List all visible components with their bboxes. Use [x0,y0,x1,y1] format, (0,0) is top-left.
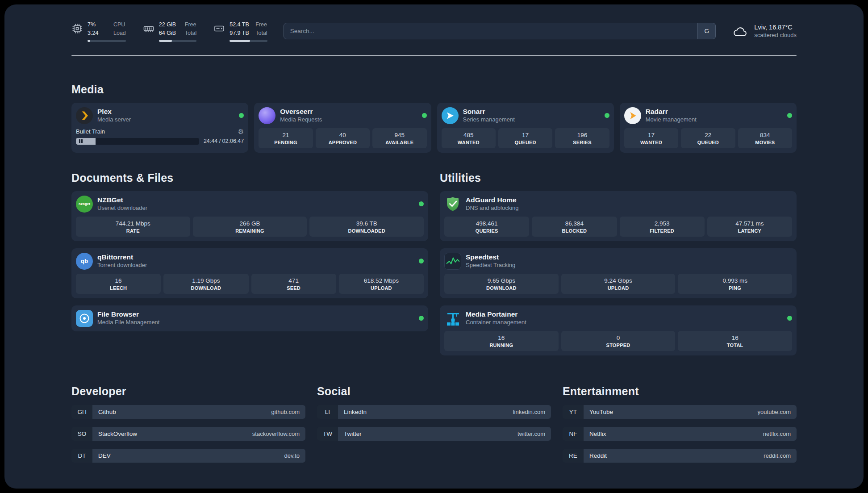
app-stats: 16 RUNNING 0 STOPPED 16 TOTAL [444,331,792,351]
bookmark-abbr: YT [563,405,584,419]
speedtest-icon [444,253,461,270]
stat-label: SERIES [556,140,608,145]
stat-label: DOWNLOAD [446,285,557,291]
bookmark-domain: twitter.com [517,430,545,437]
stat-label: SEED [253,285,335,291]
overseerr-icon [259,107,275,124]
bookmark-reddit[interactable]: RE Reddit reddit.com [563,449,797,463]
stat-value: 17 [626,132,677,138]
search-provider-button[interactable]: G [697,23,716,39]
bookmark-name: StackOverflow [98,430,137,437]
search-input[interactable] [284,23,716,39]
memory-progress-fill [159,40,172,42]
status-dot [422,113,427,118]
app-header: Media Portainer Container management [444,310,792,327]
stat-tile: 22 QUEUED [681,128,735,148]
app-card-plex[interactable]: Plex Media server Bullet Train ⚙︎ 24:4 [71,103,248,153]
app-stats: 498,461 QUERIES 86,384 BLOCKED 2,953 FIL… [444,217,792,237]
bookmark-group-social: Social LI LinkedIn linkedin.com TW Twitt… [317,385,551,441]
app-card-nzbget[interactable]: nzbget NZBGet Usenet downloader 744.21 M… [71,191,428,241]
cpu-icon [71,23,83,34]
app-stats: 485 WANTED 17 QUEUED 196 SERIES [442,128,609,148]
stat-value: 9.24 Gbps [563,277,674,284]
stat-tile: 0 STOPPED [561,331,676,351]
app-card-portainer[interactable]: Media Portainer Container management 16 … [440,305,797,355]
app-stats: 17 WANTED 22 QUEUED 834 MOVIES [624,128,792,148]
app-subtitle: DNS and adblocking [466,205,519,212]
stat-label: WANTED [443,140,494,145]
playback-progress-fill [76,138,96,145]
stat-value: 21 [260,132,311,138]
disk-free-value: 52.4 TB [230,21,249,29]
app-card-speedtest[interactable]: Speedtest Speedtest Tracking 9.65 Gbps D… [440,248,797,298]
status-dot [787,316,792,321]
cpu-usage-value: 7% [88,21,107,29]
bookmark-twitter[interactable]: TW Twitter twitter.com [317,427,551,441]
stat-label: BLOCKED [533,228,615,234]
stat-label: MOVIES [739,140,791,145]
app-card-adguard[interactable]: AdGuard Home DNS and adblocking 498,461 … [440,191,797,241]
app-card-qbittorrent[interactable]: qb qBittorrent Torrent downloader 16 LEE… [71,248,428,298]
app-header: File Browser Media File Management [76,310,424,327]
bookmark-domain: dev.to [284,452,300,459]
stat-label: LEECH [77,285,159,291]
app-name: Sonarr [463,107,515,116]
stat-tile: 21 PENDING [259,128,313,148]
app-card-sonarr[interactable]: Sonarr Series management 485 WANTED 17 Q… [437,103,614,153]
bookmark-name: Netflix [589,430,606,437]
memory-progress-bar [159,40,196,42]
stat-label: QUEUED [682,140,734,145]
stat-value: 16 [446,334,557,341]
app-stats: 9.65 Gbps DOWNLOAD 9.24 Gbps UPLOAD 0.99… [444,274,792,294]
stat-value: 39.6 TB [311,220,422,227]
bookmark-abbr: RE [563,449,584,463]
stat-value: 2,953 [621,220,703,227]
bookmark-netflix[interactable]: NF Netflix netflix.com [563,427,797,441]
playback-progress-bar[interactable] [76,138,199,145]
status-dot [419,316,424,321]
stat-value: 266 GB [194,220,306,227]
plex-now-playing: Bullet Train ⚙︎ 24:44 / 02:06:47 [76,128,244,145]
cloud-icon [732,25,749,38]
status-dot [419,259,424,263]
stat-label: WANTED [626,140,677,145]
bookmark-dev[interactable]: DT DEV dev.to [71,449,305,463]
app-card-overseerr[interactable]: Overseerr Media Requests 21 PENDING 40 A… [254,103,431,153]
stat-tile: 2,953 FILTERED [620,217,705,237]
bookmark-youtube[interactable]: YT YouTube youtube.com [563,405,797,419]
bookmark-domain: linkedin.com [513,409,545,415]
stat-value: 16 [679,334,791,341]
bookmark-name: Twitter [344,430,362,437]
app-subtitle: Media Requests [280,116,322,124]
disk-progress-fill [230,40,250,42]
bookmark-stackoverflow[interactable]: SO StackOverflow stackoverflow.com [71,427,305,441]
stat-tile: 47.571 ms LATENCY [707,217,792,237]
app-card-radarr[interactable]: Radarr Movie management 17 WANTED 22 QUE… [620,103,797,153]
stat-tile: 266 GB REMAINING [193,217,307,237]
bookmarks: Developer GH Github github.com SO StackO… [71,385,797,480]
disk-free-label: Free [255,21,267,29]
section-title-media: Media [71,83,797,96]
stat-tile: 16 RUNNING [444,331,559,351]
stat-value: 17 [500,132,551,138]
qbittorrent-icon: qb [76,253,93,270]
stat-value: 22 [682,132,734,138]
gear-icon[interactable]: ⚙︎ [238,128,244,135]
app-subtitle: Torrent downloader [97,262,147,269]
stat-tile: 16 LEECH [76,274,161,294]
app-card-filebrowser[interactable]: File Browser Media File Management [71,305,428,331]
stat-value: 196 [556,132,608,138]
bookmark-github[interactable]: GH Github github.com [71,405,305,419]
stat-label: DOWNLOAD [165,285,247,291]
app-name: Overseerr [280,107,322,116]
app-name: AdGuard Home [466,196,519,204]
section-title-documents: Documents & Files [71,171,428,184]
bookmark-group-title: Social [317,385,551,398]
cpu-widget: 7% 3.24 CPU Load [71,21,126,42]
stat-label: AVAILABLE [374,140,425,145]
bookmark-linkedin[interactable]: LI LinkedIn linkedin.com [317,405,551,419]
app-name: Media Portainer [466,310,526,318]
status-dot [419,201,424,206]
pause-icon[interactable] [79,139,83,143]
top-bar: 7% 3.24 CPU Load [71,21,797,42]
